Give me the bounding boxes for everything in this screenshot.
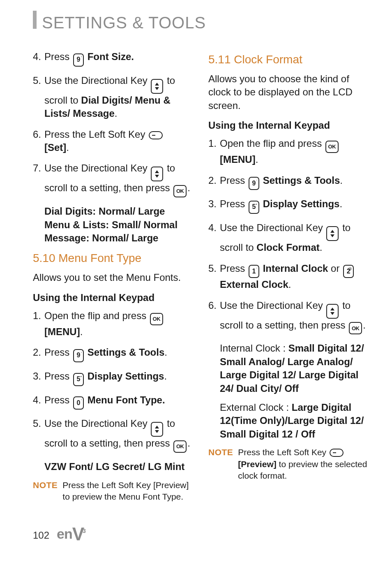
- step-text: .: [187, 438, 190, 449]
- key-0-icon: 0: [73, 396, 84, 410]
- option-line: Dial Digits: Normal/ Large: [44, 205, 192, 218]
- ok-key-icon: OK: [325, 141, 339, 153]
- step-text: .: [80, 326, 83, 337]
- external-clock-options: External Clock : Large Digital 12(Time O…: [220, 401, 367, 441]
- step-bold: Settings & Tools: [88, 347, 165, 358]
- step-text: .: [340, 175, 343, 186]
- sec11-steps: 1. Open the flip and press OK [MENU]. 2.…: [208, 137, 367, 334]
- step-text: .: [164, 370, 167, 382]
- step-number: 1.: [208, 137, 217, 150]
- note-body: Press the Left Soft Key [Preview] to pre…: [62, 479, 192, 503]
- step-bold: Font Size.: [88, 51, 134, 62]
- key-1-icon: 1: [249, 265, 259, 278]
- directional-key-icon: [151, 422, 163, 437]
- step-text: .: [288, 279, 291, 290]
- step-text: Open the flip and press: [44, 310, 149, 321]
- step-bold: [Set]: [44, 142, 66, 153]
- brand-logo: enV3: [57, 522, 85, 546]
- key-5-icon: 5: [73, 373, 84, 386]
- step-bold: External Clock: [220, 279, 288, 290]
- font-options: VZW Font/ LG Secret/ LG Mint: [44, 460, 192, 473]
- brand-sup: 3: [83, 528, 85, 534]
- step-number: 3.: [208, 197, 217, 211]
- step-text: Press: [44, 370, 72, 382]
- options-block: Dial Digits: Normal/ Large Menu & Lists:…: [44, 205, 192, 245]
- step-number: 4.: [208, 221, 217, 234]
- step-7: 7. Use the Directional Key to scroll to …: [33, 162, 192, 197]
- step-text: Press: [44, 394, 72, 405]
- step-number: 6.: [33, 128, 41, 141]
- step-text: Use the Directional Key: [220, 300, 325, 311]
- step-text: Press the Left Soft Key: [44, 129, 148, 140]
- left-soft-key-icon: [149, 131, 163, 139]
- step-4: 4. Use the Directional Key to scroll to …: [208, 221, 367, 254]
- option-line: Message: Normal/ Large: [44, 232, 192, 245]
- step-text: Press: [220, 198, 248, 209]
- left-soft-key-icon: [330, 449, 344, 457]
- key-2-icon: 2: [343, 265, 354, 278]
- key-9-icon: 9: [73, 53, 84, 67]
- step-6: 6. Use the Directional Key to scroll to …: [208, 299, 367, 335]
- note-label: NOTE: [33, 479, 58, 503]
- step-bold: Settings & Tools: [263, 175, 340, 186]
- sub-heading: Using the Internal Keypad: [208, 119, 367, 132]
- step-bold: Internal Clock: [263, 263, 328, 274]
- brand-en: en: [57, 526, 72, 542]
- step-text: Use the Directional Key: [220, 222, 325, 233]
- label: Internal Clock :: [220, 343, 288, 354]
- step-text: Press: [220, 263, 248, 274]
- directional-key-icon: [151, 167, 163, 181]
- step-4: 4. Press 9 Font Size.: [33, 50, 192, 67]
- step-number: 5.: [33, 74, 41, 87]
- step-text: .: [66, 142, 69, 153]
- note-block: NOTE Press the Left Soft Key [Preview] t…: [208, 447, 367, 482]
- step-2: 2. Press 9 Settings & Tools.: [208, 174, 367, 190]
- page-number: 102: [33, 529, 49, 542]
- internal-clock-options: Internal Clock : Small Digital 12/ Small…: [220, 342, 367, 395]
- step-number: 5.: [208, 262, 217, 275]
- step-5: 5. Press 1 Internal Clock or 2 External …: [208, 262, 367, 292]
- option-line: Menu & Lists: Small/ Normal: [44, 218, 192, 232]
- ok-key-icon: OK: [173, 440, 187, 453]
- step-bold: Clock Format: [256, 242, 319, 253]
- step-text: Open the flip and press: [220, 138, 325, 149]
- sub-heading: Using the Internal Keypad: [33, 291, 192, 304]
- step-text: Use the Directional Key: [44, 75, 150, 86]
- directional-key-icon: [326, 304, 339, 319]
- step-text: .: [363, 320, 366, 331]
- section-heading-5-11: 5.11 Clock Format: [208, 52, 367, 67]
- left-column: 4. Press 9 Font Size. 5. Use the Directi…: [33, 47, 192, 502]
- step-number: 6.: [208, 299, 217, 312]
- step-number: 7.: [33, 162, 41, 175]
- sec10-steps: 1. Open the flip and press OK [MENU]. 2.…: [33, 309, 192, 453]
- section-intro: Allows you to set the Menu Fonts.: [33, 271, 192, 284]
- step-text: Press: [44, 347, 72, 358]
- step-2: 2. Press 9 Settings & Tools.: [33, 346, 192, 362]
- step-3: 3. Press 5 Display Settings.: [208, 197, 367, 214]
- step-number: 3.: [33, 370, 41, 383]
- step-number: 2.: [33, 346, 41, 359]
- step-bold: Menu Font Type.: [88, 394, 165, 405]
- step-1: 1. Open the flip and press OK [MENU].: [208, 137, 367, 166]
- step-text: .: [320, 242, 323, 253]
- step-1: 1. Open the flip and press OK [MENU].: [33, 309, 192, 338]
- step-5: 5. Use the Directional Key to scroll to …: [33, 74, 192, 120]
- step-bold: Display Settings: [88, 370, 164, 382]
- step-bold: [MENU]: [220, 154, 256, 165]
- step-text: .: [256, 154, 258, 165]
- key-9-icon: 9: [73, 349, 84, 362]
- step-number: 4.: [33, 50, 41, 63]
- right-column: 5.11 Clock Format Allows you to choose t…: [208, 47, 367, 502]
- step-bold: Display Settings: [263, 198, 340, 209]
- header-rule: [33, 11, 37, 29]
- step-number: 4.: [33, 394, 41, 407]
- step-text: Press: [44, 51, 72, 62]
- section-intro: Allows you to choose the kind of clock t…: [208, 72, 367, 112]
- key-9-icon: 9: [249, 177, 259, 190]
- step-5: 5. Use the Directional Key to scroll to …: [33, 417, 192, 453]
- step-text: Use the Directional Key: [44, 418, 150, 429]
- ok-key-icon: OK: [173, 185, 187, 197]
- step-number: 1.: [33, 309, 41, 322]
- step-text: .: [115, 108, 118, 119]
- note-body: Press the Left Soft Key [Preview] to pre…: [238, 447, 367, 482]
